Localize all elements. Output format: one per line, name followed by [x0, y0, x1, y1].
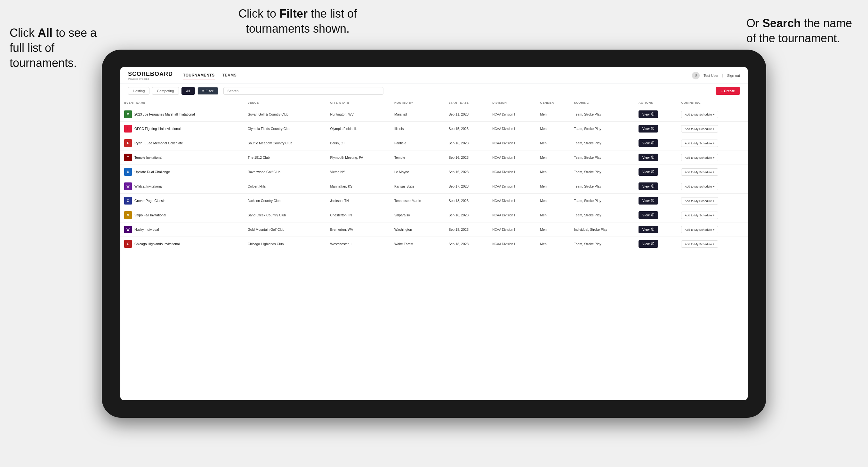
cell-venue-5: Colbert Hills: [244, 179, 327, 194]
cell-city-state-3: Plymouth Meeting, PA: [327, 150, 391, 165]
cell-competing-9: Add to My Schedule +: [677, 237, 748, 251]
cell-city-state-6: Jackson, TN: [327, 194, 391, 208]
cell-venue-0: Guyan Golf & Country Club: [244, 107, 327, 122]
table-header-row: EVENT NAME VENUE CITY, STATE HOSTED BY S…: [120, 98, 748, 107]
cell-gender-2: Men: [536, 136, 570, 150]
tournaments-table: EVENT NAME VENUE CITY, STATE HOSTED BY S…: [120, 98, 748, 251]
info-icon-5: ⓘ: [651, 184, 654, 189]
add-schedule-button-6[interactable]: Add to My Schedule +: [681, 197, 718, 205]
info-icon-6: ⓘ: [651, 198, 654, 203]
table-row: W Husky Individual Gold Mountain Golf Cl…: [120, 222, 748, 237]
cell-competing-6: Add to My Schedule +: [677, 194, 748, 208]
team-logo-3: T: [124, 154, 132, 161]
cell-event-name-2: F Ryan T. Lee Memorial Collegiate: [120, 136, 244, 150]
cell-gender-4: Men: [536, 165, 570, 179]
pipe-separator: |: [722, 73, 723, 77]
search-box: [223, 87, 713, 95]
add-schedule-button-4[interactable]: Add to My Schedule +: [681, 168, 718, 176]
event-name-9: Chicago Highlands Invitational: [134, 242, 180, 246]
cell-hosted-by-9: Wake Forest: [391, 237, 444, 251]
add-schedule-button-2[interactable]: Add to My Schedule +: [681, 139, 718, 147]
add-schedule-button-9[interactable]: Add to My Schedule +: [681, 240, 718, 248]
col-city-state: CITY, STATE: [327, 98, 391, 107]
cell-start-date-4: Sep 16, 2023: [445, 165, 489, 179]
table-row: W Wildcat Invitational Colbert Hills Man…: [120, 179, 748, 194]
cell-start-date-2: Sep 16, 2023: [445, 136, 489, 150]
col-gender: GENDER: [536, 98, 570, 107]
cell-event-name-4: U Upstate Dual Challenge: [120, 165, 244, 179]
cell-event-name-6: G Grover Page Classic: [120, 194, 244, 208]
cell-venue-1: Olympia Fields Country Club: [244, 122, 327, 136]
table-container: EVENT NAME VENUE CITY, STATE HOSTED BY S…: [120, 98, 748, 400]
event-name-0: 2023 Joe Feaganes Marshall Invitational: [134, 112, 195, 116]
view-button-2[interactable]: View ⓘ: [639, 139, 658, 147]
event-name-7: Valpo Fall Invitational: [134, 213, 166, 217]
info-icon-4: ⓘ: [651, 169, 654, 174]
table-row: M 2023 Joe Feaganes Marshall Invitationa…: [120, 107, 748, 122]
col-hosted-by: HOSTED BY: [391, 98, 444, 107]
nav-tab-teams[interactable]: TEAMS: [222, 72, 237, 80]
info-icon-0: ⓘ: [651, 112, 654, 117]
view-button-9[interactable]: View ⓘ: [639, 240, 658, 248]
nav-tab-tournaments[interactable]: TOURNAMENTS: [183, 72, 215, 80]
col-actions: ACTIONS: [635, 98, 677, 107]
sign-out-link[interactable]: Sign out: [727, 73, 740, 77]
user-avatar: U: [692, 72, 700, 80]
add-schedule-button-1[interactable]: Add to My Schedule +: [681, 125, 718, 132]
cell-city-state-1: Olympia Fields, IL: [327, 122, 391, 136]
cell-actions-4: View ⓘ: [635, 165, 677, 179]
info-icon-8: ⓘ: [651, 227, 654, 232]
logo-area: SCOREBOARD Powered by clippd: [128, 71, 173, 80]
team-logo-7: V: [124, 211, 132, 219]
cell-division-3: NCAA Division I: [488, 150, 536, 165]
view-button-8[interactable]: View ⓘ: [639, 226, 658, 234]
create-button[interactable]: + Create: [716, 87, 740, 95]
user-name: Test User: [704, 73, 718, 77]
cell-start-date-7: Sep 18, 2023: [445, 208, 489, 222]
filter-tab-competing[interactable]: Competing: [152, 87, 179, 95]
cell-scoring-0: Team, Stroke Play: [570, 107, 635, 122]
view-button-0[interactable]: View ⓘ: [639, 111, 658, 118]
view-button-3[interactable]: View ⓘ: [639, 154, 658, 161]
search-input[interactable]: [223, 87, 383, 95]
cell-venue-2: Shuttle Meadow Country Club: [244, 136, 327, 150]
view-button-1[interactable]: View ⓘ: [639, 125, 658, 132]
cell-city-state-5: Manhattan, KS: [327, 179, 391, 194]
cell-hosted-by-5: Kansas State: [391, 179, 444, 194]
cell-division-2: NCAA Division I: [488, 136, 536, 150]
view-button-4[interactable]: View ⓘ: [639, 168, 658, 176]
add-schedule-button-5[interactable]: Add to My Schedule +: [681, 183, 718, 190]
add-schedule-button-3[interactable]: Add to My Schedule +: [681, 154, 718, 161]
filter-button[interactable]: ≡ Filter: [197, 87, 218, 95]
event-name-4: Upstate Dual Challenge: [134, 170, 170, 174]
filter-tab-all[interactable]: All: [182, 87, 195, 95]
cell-gender-0: Men: [536, 107, 570, 122]
team-logo-2: F: [124, 139, 132, 147]
cell-competing-3: Add to My Schedule +: [677, 150, 748, 165]
add-schedule-button-0[interactable]: Add to My Schedule +: [681, 111, 718, 118]
cell-hosted-by-7: Valparaiso: [391, 208, 444, 222]
cell-gender-7: Men: [536, 208, 570, 222]
team-logo-9: C: [124, 240, 132, 248]
filter-bar: Hosting Competing All ≡ Filter + Create: [120, 84, 748, 98]
col-start-date: START DATE: [445, 98, 489, 107]
cell-scoring-9: Team, Stroke Play: [570, 237, 635, 251]
cell-venue-3: The 1912 Club: [244, 150, 327, 165]
cell-city-state-8: Bremerton, WA: [327, 222, 391, 237]
add-schedule-button-7[interactable]: Add to My Schedule +: [681, 212, 718, 219]
cell-event-name-8: W Husky Individual: [120, 222, 244, 237]
cell-gender-6: Men: [536, 194, 570, 208]
filter-tab-hosting[interactable]: Hosting: [128, 87, 150, 95]
view-button-7[interactable]: View ⓘ: [639, 211, 658, 219]
team-logo-8: W: [124, 226, 132, 234]
cell-city-state-9: Westchester, IL: [327, 237, 391, 251]
view-button-5[interactable]: View ⓘ: [639, 182, 658, 190]
cell-division-5: NCAA Division I: [488, 179, 536, 194]
add-schedule-button-8[interactable]: Add to My Schedule +: [681, 226, 718, 234]
cell-division-7: NCAA Division I: [488, 208, 536, 222]
table-row: V Valpo Fall Invitational Sand Creek Cou…: [120, 208, 748, 222]
cell-start-date-0: Sep 11, 2023: [445, 107, 489, 122]
col-venue: VENUE: [244, 98, 327, 107]
view-button-6[interactable]: View ⓘ: [639, 197, 658, 205]
event-name-1: OFCC Fighting Illini Invitational: [134, 127, 181, 131]
